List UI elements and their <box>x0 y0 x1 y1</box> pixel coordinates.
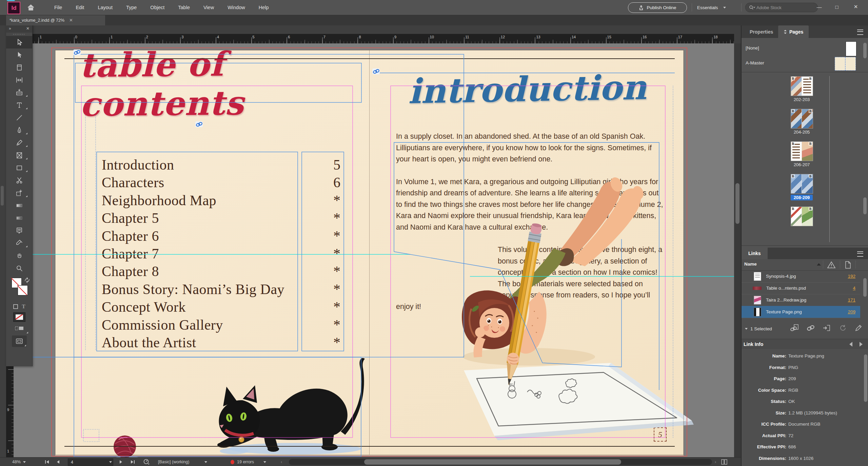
spread-label[interactable]: 208-209 <box>791 195 813 200</box>
hand-tool[interactable] <box>6 249 32 262</box>
link-page-number[interactable]: 209 <box>848 309 855 314</box>
gap-tool[interactable] <box>6 74 32 86</box>
masters-scrollbar-thumb[interactable] <box>863 43 867 58</box>
link-status-column-icon[interactable] <box>827 261 836 269</box>
links-menu-icon[interactable] <box>857 251 863 257</box>
fill-stroke-swatches[interactable] <box>6 276 32 302</box>
menu-window[interactable]: Window <box>221 0 251 15</box>
gradient-tool[interactable] <box>6 199 32 212</box>
page-column-icon[interactable] <box>845 261 851 269</box>
master-none-label[interactable]: [None] <box>746 45 759 51</box>
toc-entries-frame[interactable]: IntroductionCharactersNeighborhood MapCh… <box>102 156 295 351</box>
links-column-header[interactable]: Name <box>742 259 868 271</box>
spread-view-icon[interactable] <box>721 458 728 466</box>
adobe-stock-search[interactable]: Adobe Stock <box>745 3 818 12</box>
stroke-swatch-none[interactable] <box>18 285 28 295</box>
spread-208-209[interactable]: BB208-209 <box>742 174 862 200</box>
link-row-texture-page-png[interactable]: Texture Page.png209 <box>742 306 860 318</box>
spread-label[interactable]: 206-207 <box>794 162 810 167</box>
screen-mode-button[interactable] <box>12 335 27 347</box>
sort-arrow-icon[interactable] <box>817 263 821 266</box>
link-icon[interactable] <box>806 324 815 332</box>
link-row-taira-2-redraw-jpg[interactable]: Taira 2...Redraw.jpg171 <box>742 294 860 306</box>
toc-title-art[interactable]: table of contents <box>79 58 364 108</box>
update-link-icon[interactable] <box>839 324 847 332</box>
home-button[interactable] <box>26 3 36 12</box>
spread-partial[interactable]: BB <box>742 207 862 226</box>
horizontal-scrollbar[interactable] <box>289 459 712 465</box>
tab-properties[interactable]: Properties <box>745 25 778 38</box>
apply-none-button[interactable] <box>13 312 25 322</box>
selection-tool[interactable] <box>6 36 32 48</box>
vertical-scrollbar-thumb[interactable] <box>735 183 739 224</box>
master-a-label[interactable]: A-Master <box>746 60 764 65</box>
link-row-synopsis-4-jpg[interactable]: Synopsis-4.jpg192 <box>742 270 860 283</box>
spreads-scrollbar-thumb[interactable] <box>863 197 867 214</box>
zoom-level[interactable]: 48% <box>12 458 26 466</box>
zoom-tool[interactable] <box>6 262 32 274</box>
tab-pages[interactable]: Pages <box>778 25 809 38</box>
linkinfo-scrollbar-thumb[interactable] <box>864 354 867 402</box>
maximize-button[interactable]: □ <box>829 0 845 14</box>
page-tool[interactable] <box>6 61 32 74</box>
link-page-number[interactable]: 171 <box>848 297 855 303</box>
go-to-link-icon[interactable] <box>823 324 831 332</box>
spread-206-207[interactable]: BB206-207 <box>742 142 862 168</box>
menu-object[interactable]: Object <box>144 0 171 15</box>
swap-fill-stroke-icon[interactable] <box>24 277 31 283</box>
pen-tool[interactable] <box>6 124 32 136</box>
preflight-icon[interactable] <box>143 458 150 466</box>
previous-page-button[interactable] <box>56 458 60 466</box>
indesign-logo[interactable]: Id <box>7 2 20 14</box>
formatting-container-icon[interactable] <box>13 304 18 309</box>
spread-204-205[interactable]: BB204-205 <box>742 109 862 135</box>
menu-type[interactable]: Type <box>120 0 143 15</box>
frame-tool[interactable] <box>6 149 32 161</box>
last-page-button[interactable] <box>130 458 135 466</box>
spread-label[interactable]: 204-205 <box>794 130 810 135</box>
intro-title-art[interactable]: introduction <box>423 62 631 117</box>
link-row-table-o-ntents-psd[interactable]: Table o...ntents.psd4 <box>742 282 860 294</box>
black-cat-illustration[interactable] <box>210 346 387 457</box>
workspace-switcher[interactable]: Essentials <box>697 0 726 15</box>
content-collector-tool[interactable] <box>6 86 32 99</box>
horizontal-scrollbar-thumb[interactable] <box>364 459 621 465</box>
scroll-left-arrow[interactable]: ‹ <box>281 458 282 466</box>
menu-file[interactable]: File <box>48 0 68 15</box>
scissors-tool[interactable] <box>6 174 32 187</box>
preflight-errors[interactable]: 19 errors <box>231 458 266 466</box>
link-page-number[interactable]: 192 <box>848 274 855 279</box>
cell-options-icon[interactable] <box>6 323 32 334</box>
preflight-profile[interactable]: [Basic] (working) <box>158 458 207 466</box>
scroll-right-arrow[interactable]: › <box>715 458 716 466</box>
page-dropdown-icon[interactable] <box>109 461 112 463</box>
relink-icon[interactable] <box>790 324 799 332</box>
menu-table[interactable]: Table <box>172 0 196 15</box>
link-info-prev-icon[interactable] <box>849 342 852 347</box>
pencil-tool[interactable] <box>6 136 32 149</box>
page-number-field[interactable]: 4 <box>68 459 113 466</box>
spread-202-203[interactable]: BB202-203 <box>742 77 862 102</box>
type-tool[interactable] <box>6 99 32 111</box>
master-a-thumbnail[interactable] <box>835 57 856 71</box>
edit-original-icon[interactable] <box>854 324 863 332</box>
menu-layout[interactable]: Layout <box>92 0 119 15</box>
formatting-text-icon[interactable]: T <box>22 304 25 310</box>
close-button[interactable]: ✕ <box>848 0 864 14</box>
links-scrollbar-thumb[interactable] <box>863 278 867 297</box>
publish-online-button[interactable]: Publish Online <box>628 2 687 13</box>
horizontal-ruler[interactable]: 10123456789101112131415161718 <box>14 34 734 43</box>
girl-drawing-illustration[interactable] <box>458 149 695 456</box>
gradient-feather-tool[interactable] <box>6 212 32 224</box>
direct-selection-tool[interactable] <box>6 48 32 61</box>
toolbar-close-icon[interactable]: ✕ <box>26 26 29 31</box>
line-tool[interactable] <box>6 111 32 124</box>
panel-dock-handle[interactable] <box>1 186 4 206</box>
minimize-button[interactable]: — <box>811 0 827 14</box>
master-none-thumbnail[interactable] <box>846 41 856 56</box>
tab-links[interactable]: Links <box>742 248 768 259</box>
document-tab[interactable]: *kara_volume_2.indd @ 72% ✕ <box>6 15 105 25</box>
rectangle-tool[interactable] <box>6 161 32 174</box>
menu-edit[interactable]: Edit <box>70 0 90 15</box>
eyedropper-tool[interactable] <box>6 237 32 249</box>
